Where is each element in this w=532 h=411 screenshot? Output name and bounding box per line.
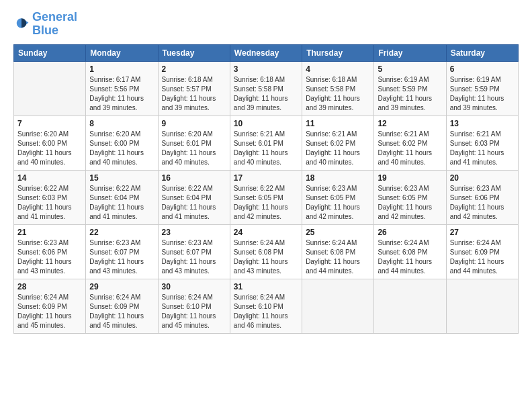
day-cell: 2Sunrise: 6:18 AM Sunset: 5:57 PM Daylig…: [158, 61, 230, 116]
day-number: 12: [378, 119, 442, 128]
day-cell: 3Sunrise: 6:18 AM Sunset: 5:58 PM Daylig…: [230, 61, 302, 116]
week-row-3: 14Sunrise: 6:22 AM Sunset: 6:03 PM Dayli…: [14, 170, 519, 224]
day-info: Sunrise: 6:22 AM Sunset: 6:04 PM Dayligh…: [162, 184, 226, 222]
day-number: 16: [162, 173, 226, 183]
day-info: Sunrise: 6:22 AM Sunset: 6:04 PM Dayligh…: [89, 184, 154, 222]
day-info: Sunrise: 6:23 AM Sunset: 6:07 PM Dayligh…: [89, 238, 154, 276]
day-cell: 23Sunrise: 6:23 AM Sunset: 6:07 PM Dayli…: [158, 224, 230, 279]
day-cell: [14, 61, 86, 116]
day-info: Sunrise: 6:20 AM Sunset: 6:00 PM Dayligh…: [89, 130, 154, 167]
day-info: Sunrise: 6:24 AM Sunset: 6:08 PM Dayligh…: [378, 238, 442, 276]
day-info: Sunrise: 6:19 AM Sunset: 5:59 PM Dayligh…: [378, 75, 442, 113]
day-number: 5: [378, 64, 442, 74]
day-cell: 14Sunrise: 6:22 AM Sunset: 6:03 PM Dayli…: [14, 170, 86, 224]
day-cell: 15Sunrise: 6:22 AM Sunset: 6:04 PM Dayli…: [86, 170, 158, 224]
day-number: 24: [234, 228, 298, 237]
day-number: 14: [17, 173, 82, 183]
day-info: Sunrise: 6:21 AM Sunset: 6:01 PM Dayligh…: [234, 130, 298, 167]
day-cell: 8Sunrise: 6:20 AM Sunset: 6:00 PM Daylig…: [86, 116, 158, 170]
day-cell: 16Sunrise: 6:22 AM Sunset: 6:04 PM Dayli…: [158, 170, 230, 224]
day-cell: 21Sunrise: 6:23 AM Sunset: 6:06 PM Dayli…: [14, 224, 86, 279]
weekday-header-tuesday: Tuesday: [158, 44, 230, 61]
day-number: 27: [450, 228, 515, 237]
day-number: 9: [162, 119, 226, 128]
day-info: Sunrise: 6:23 AM Sunset: 6:05 PM Dayligh…: [306, 184, 370, 222]
day-info: Sunrise: 6:22 AM Sunset: 6:03 PM Dayligh…: [17, 184, 82, 222]
day-cell: 7Sunrise: 6:20 AM Sunset: 6:00 PM Daylig…: [14, 116, 86, 170]
weekday-header-row: SundayMondayTuesdayWednesdayThursdayFrid…: [14, 44, 519, 61]
day-number: 6: [450, 64, 515, 74]
day-info: Sunrise: 6:21 AM Sunset: 6:03 PM Dayligh…: [450, 130, 515, 167]
weekday-header-friday: Friday: [374, 44, 446, 61]
day-number: 7: [17, 119, 82, 128]
day-number: 4: [306, 64, 370, 74]
day-cell: 22Sunrise: 6:23 AM Sunset: 6:07 PM Dayli…: [86, 224, 158, 279]
day-cell: 9Sunrise: 6:20 AM Sunset: 6:01 PM Daylig…: [158, 116, 230, 170]
day-info: Sunrise: 6:20 AM Sunset: 6:00 PM Dayligh…: [17, 130, 82, 167]
day-info: Sunrise: 6:23 AM Sunset: 6:06 PM Dayligh…: [17, 238, 82, 276]
day-cell: [446, 279, 518, 333]
day-number: 26: [378, 228, 442, 237]
day-cell: 10Sunrise: 6:21 AM Sunset: 6:01 PM Dayli…: [230, 116, 302, 170]
day-number: 19: [378, 173, 442, 183]
weekday-header-monday: Monday: [86, 44, 158, 61]
day-cell: 26Sunrise: 6:24 AM Sunset: 6:08 PM Dayli…: [374, 224, 446, 279]
week-row-5: 28Sunrise: 6:24 AM Sunset: 6:09 PM Dayli…: [14, 279, 519, 333]
day-cell: 11Sunrise: 6:21 AM Sunset: 6:02 PM Dayli…: [302, 116, 374, 170]
day-number: 25: [306, 228, 370, 237]
day-number: 23: [162, 228, 226, 237]
logo-text: General Blue: [32, 11, 77, 38]
day-cell: [302, 279, 374, 333]
day-cell: 5Sunrise: 6:19 AM Sunset: 5:59 PM Daylig…: [374, 61, 446, 116]
day-number: 20: [450, 173, 515, 183]
day-info: Sunrise: 6:19 AM Sunset: 5:59 PM Dayligh…: [450, 75, 515, 113]
day-number: 10: [234, 119, 298, 128]
day-number: 21: [17, 228, 82, 237]
day-number: 2: [162, 64, 226, 74]
day-cell: 19Sunrise: 6:23 AM Sunset: 6:05 PM Dayli…: [374, 170, 446, 224]
day-number: 18: [306, 173, 370, 183]
day-cell: 29Sunrise: 6:24 AM Sunset: 6:09 PM Dayli…: [86, 279, 158, 333]
day-info: Sunrise: 6:24 AM Sunset: 6:10 PM Dayligh…: [162, 293, 226, 330]
weekday-header-thursday: Thursday: [302, 44, 374, 61]
week-row-2: 7Sunrise: 6:20 AM Sunset: 6:00 PM Daylig…: [14, 116, 519, 170]
week-row-4: 21Sunrise: 6:23 AM Sunset: 6:06 PM Dayli…: [14, 224, 519, 279]
day-number: 29: [89, 282, 154, 291]
day-number: 3: [234, 64, 298, 74]
day-info: Sunrise: 6:24 AM Sunset: 6:08 PM Dayligh…: [306, 238, 370, 276]
day-number: 17: [234, 173, 298, 183]
day-number: 22: [89, 228, 154, 237]
logo: General Blue: [13, 11, 77, 38]
day-number: 28: [17, 282, 82, 291]
weekday-header-wednesday: Wednesday: [230, 44, 302, 61]
day-info: Sunrise: 6:22 AM Sunset: 6:05 PM Dayligh…: [234, 184, 298, 222]
day-cell: 27Sunrise: 6:24 AM Sunset: 6:09 PM Dayli…: [446, 224, 518, 279]
day-cell: 6Sunrise: 6:19 AM Sunset: 5:59 PM Daylig…: [446, 61, 518, 116]
day-info: Sunrise: 6:20 AM Sunset: 6:01 PM Dayligh…: [162, 130, 226, 167]
day-number: 11: [306, 119, 370, 128]
day-info: Sunrise: 6:18 AM Sunset: 5:58 PM Dayligh…: [306, 75, 370, 113]
day-number: 13: [450, 119, 515, 128]
day-cell: 25Sunrise: 6:24 AM Sunset: 6:08 PM Dayli…: [302, 224, 374, 279]
day-number: 30: [162, 282, 226, 291]
day-info: Sunrise: 6:23 AM Sunset: 6:06 PM Dayligh…: [450, 184, 515, 222]
day-cell: 18Sunrise: 6:23 AM Sunset: 6:05 PM Dayli…: [302, 170, 374, 224]
day-info: Sunrise: 6:21 AM Sunset: 6:02 PM Dayligh…: [378, 130, 442, 167]
header: General Blue: [13, 11, 519, 38]
day-info: Sunrise: 6:21 AM Sunset: 6:02 PM Dayligh…: [306, 130, 370, 167]
day-info: Sunrise: 6:17 AM Sunset: 5:56 PM Dayligh…: [89, 75, 154, 113]
day-cell: [374, 279, 446, 333]
day-info: Sunrise: 6:18 AM Sunset: 5:58 PM Dayligh…: [234, 75, 298, 113]
day-info: Sunrise: 6:24 AM Sunset: 6:09 PM Dayligh…: [17, 293, 82, 330]
day-cell: 12Sunrise: 6:21 AM Sunset: 6:02 PM Dayli…: [374, 116, 446, 170]
day-number: 31: [234, 282, 298, 291]
day-cell: 17Sunrise: 6:22 AM Sunset: 6:05 PM Dayli…: [230, 170, 302, 224]
day-cell: 20Sunrise: 6:23 AM Sunset: 6:06 PM Dayli…: [446, 170, 518, 224]
weekday-header-sunday: Sunday: [14, 44, 86, 61]
day-cell: 28Sunrise: 6:24 AM Sunset: 6:09 PM Dayli…: [14, 279, 86, 333]
day-cell: 31Sunrise: 6:24 AM Sunset: 6:10 PM Dayli…: [230, 279, 302, 333]
day-cell: 4Sunrise: 6:18 AM Sunset: 5:58 PM Daylig…: [302, 61, 374, 116]
day-cell: 30Sunrise: 6:24 AM Sunset: 6:10 PM Dayli…: [158, 279, 230, 333]
day-info: Sunrise: 6:24 AM Sunset: 6:09 PM Dayligh…: [89, 293, 154, 330]
page: General Blue SundayMondayTuesdayWednesda…: [0, 0, 532, 345]
